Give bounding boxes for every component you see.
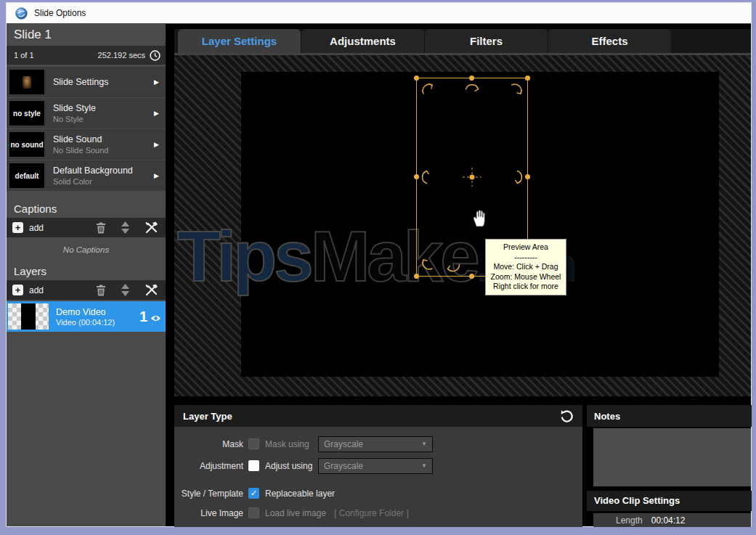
tooltip-line: Zoom: Mouse Wheel	[487, 272, 564, 282]
slide-title: Slide 1	[7, 24, 166, 46]
sidebar-item-slide-sound[interactable]: no sound Slide Sound No Slide Sound ▶	[7, 129, 166, 160]
rotate-handle-icon[interactable]	[421, 83, 436, 97]
layer-title: Demo Video	[56, 307, 139, 317]
mask-using-checkbox[interactable]	[248, 438, 259, 449]
sidebar-item-slide-style[interactable]: no style Slide Style No Style ▶	[7, 98, 166, 128]
titlebar[interactable]: Slide Options	[7, 3, 751, 24]
layer-type-panel: Layer Type Mask Mask using Gr	[174, 405, 582, 527]
delete-caption-icon[interactable]	[96, 222, 106, 234]
preview-tooltip: Preview Area --------- Move: Click + Dra…	[485, 239, 566, 295]
resize-handle-top-left[interactable]	[414, 75, 419, 81]
caption-tools-icon[interactable]	[145, 221, 158, 234]
add-caption-button[interactable]: + add	[12, 222, 44, 233]
dropdown-arrow-icon: ▼	[421, 462, 427, 469]
captions-header: Captions	[7, 199, 166, 218]
tooltip-line: Move: Click + Drag	[487, 262, 564, 272]
length-label: Length	[616, 515, 643, 526]
tooltip-title: Preview Area	[487, 242, 564, 253]
rotate-handle-icon[interactable]	[418, 167, 438, 187]
notes-panel: Notes Video Clip Settings Length 00:04:1…	[587, 405, 752, 527]
layer-visibility-icon[interactable]	[150, 314, 161, 322]
rotate-handle-icon[interactable]	[506, 167, 527, 187]
tooltip-line: Right click for more	[487, 282, 564, 292]
notes-input[interactable]	[593, 428, 751, 486]
layer-thumbnail	[8, 303, 49, 330]
layers-toolbar: + add	[7, 280, 166, 300]
slide-info-bar: 1 of 1 252.192 secs	[7, 46, 166, 65]
rotate-handle-icon[interactable]	[444, 256, 463, 276]
app-icon	[15, 7, 28, 20]
adjust-using-label: Adjust using	[265, 461, 312, 471]
item-title: Slide Sound	[53, 134, 154, 144]
layer-type-body: Mask Mask using Grayscale ▼ Adjustment A…	[174, 427, 582, 527]
no-captions-text: No Captions	[7, 237, 166, 259]
sidebar-item-slide-settings[interactable]: Slide Settings ▶	[7, 67, 166, 97]
tab-effects[interactable]: Effects	[548, 29, 671, 53]
replaceable-layer-checkbox[interactable]: ✓	[248, 488, 259, 499]
slide-sound-thumbnail: no sound	[9, 132, 44, 157]
rotate-handle-icon[interactable]	[462, 80, 482, 100]
item-title: Slide Style	[53, 103, 154, 113]
tooltip-separator: ---------	[487, 253, 564, 263]
style-template-label: Style / Template	[174, 489, 243, 499]
tab-filters[interactable]: Filters	[425, 29, 548, 53]
resize-handle-bottom-center[interactable]	[469, 274, 474, 279]
clock-icon[interactable]	[150, 50, 160, 61]
item-subtitle: Solid Color	[53, 177, 154, 186]
plus-icon: +	[12, 285, 23, 295]
layer-item-demo-video[interactable]: Demo Video Video (00:04:12) 1	[7, 301, 166, 332]
reset-icon[interactable]	[560, 409, 574, 423]
notes-title: Notes	[594, 411, 620, 422]
slide-settings-thumbnail-image	[23, 76, 31, 89]
adjust-grayscale-dropdown[interactable]: Grayscale ▼	[318, 458, 433, 474]
add-layer-button[interactable]: + add	[12, 285, 44, 295]
chevron-right-icon[interactable]: ▶	[154, 141, 159, 148]
layer-index: 1	[139, 309, 147, 325]
slide-duration: 252.192 secs	[98, 51, 145, 60]
hand-cursor	[471, 209, 487, 231]
slide-position: 1 of 1	[14, 51, 34, 60]
center-crosshair-icon[interactable]	[463, 168, 481, 187]
chevron-right-icon[interactable]: ▶	[154, 172, 159, 179]
rotate-handle-icon[interactable]	[421, 256, 436, 271]
reorder-caption-icon[interactable]	[121, 221, 129, 234]
layer-type-title: Layer Type	[183, 411, 232, 422]
slide-style-thumbnail: no style	[9, 101, 44, 126]
mask-label: Mask	[174, 439, 243, 449]
tab-adjustments[interactable]: Adjustments	[301, 29, 424, 53]
item-subtitle: No Slide Sound	[53, 146, 154, 155]
item-title: Default Background	[53, 166, 154, 176]
load-live-image-label: Load live image	[265, 508, 326, 518]
adjust-using-checkbox[interactable]	[248, 460, 259, 471]
layer-thumbnail-video	[21, 303, 36, 330]
delete-layer-icon[interactable]	[96, 285, 106, 296]
slide-settings-thumbnail	[9, 70, 44, 94]
resize-handle-bottom-left[interactable]	[414, 274, 419, 279]
layers-header: Layers	[7, 261, 166, 280]
tab-bar: Layer Settings Adjustments Filters Effec…	[174, 29, 751, 53]
default-background-thumbnail: default	[9, 163, 44, 188]
live-image-label: Live Image	[174, 508, 243, 518]
reorder-layer-icon[interactable]	[121, 284, 129, 296]
sidebar-item-default-background[interactable]: default Default Background Solid Color ▶	[7, 160, 166, 191]
tab-layer-settings[interactable]: Layer Settings	[178, 29, 301, 53]
rotate-handle-icon[interactable]	[508, 83, 523, 97]
replaceable-layer-label: Replaceable layer	[265, 489, 335, 499]
window-content: Slide 1 1 of 1 252.192 secs Slide Se	[7, 24, 751, 526]
window-title: Slide Options	[34, 8, 86, 18]
slide-options-window: Slide Options Slide 1 1 of 1 252.192 sec…	[6, 2, 752, 527]
resize-handle-top-right[interactable]	[525, 75, 530, 81]
preview-area[interactable]: TipsMake.com	[174, 53, 751, 396]
configure-folder-link[interactable]: [ Configure Folder ]	[334, 508, 409, 518]
chevron-right-icon[interactable]: ▶	[154, 78, 159, 86]
item-subtitle: No Style	[53, 115, 154, 123]
main-area: Layer Settings Adjustments Filters Effec…	[174, 24, 751, 526]
plus-icon: +	[12, 222, 23, 233]
layer-tools-icon[interactable]	[145, 284, 158, 296]
chevron-right-icon[interactable]: ▶	[154, 110, 159, 117]
captions-toolbar: + add	[7, 218, 166, 237]
video-length-row: Length 00:04:12	[593, 513, 751, 527]
mask-grayscale-dropdown[interactable]: Grayscale ▼	[318, 436, 433, 452]
mask-using-label: Mask using	[265, 439, 309, 449]
load-live-image-checkbox[interactable]	[248, 507, 259, 518]
